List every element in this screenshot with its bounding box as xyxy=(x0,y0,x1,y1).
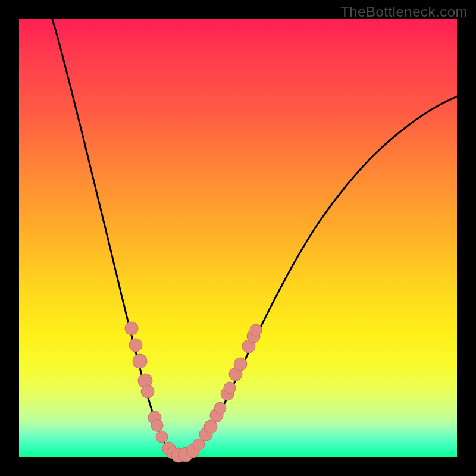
data-marker xyxy=(133,354,147,368)
data-marker xyxy=(234,358,247,371)
data-marker xyxy=(214,402,226,414)
data-marker xyxy=(125,322,138,335)
bottleneck-curve xyxy=(52,19,457,455)
data-marker xyxy=(224,382,236,394)
data-marker xyxy=(141,385,154,398)
curve-markers xyxy=(125,322,262,462)
data-marker xyxy=(156,431,168,443)
data-marker xyxy=(151,419,163,431)
watermark-text: TheBottleneck.com xyxy=(340,4,468,20)
data-marker xyxy=(250,324,262,336)
data-marker xyxy=(204,420,217,433)
curve-svg xyxy=(19,19,457,457)
plot-area xyxy=(19,19,457,457)
chart-frame: TheBottleneck.com xyxy=(0,0,476,476)
data-marker xyxy=(129,339,142,352)
